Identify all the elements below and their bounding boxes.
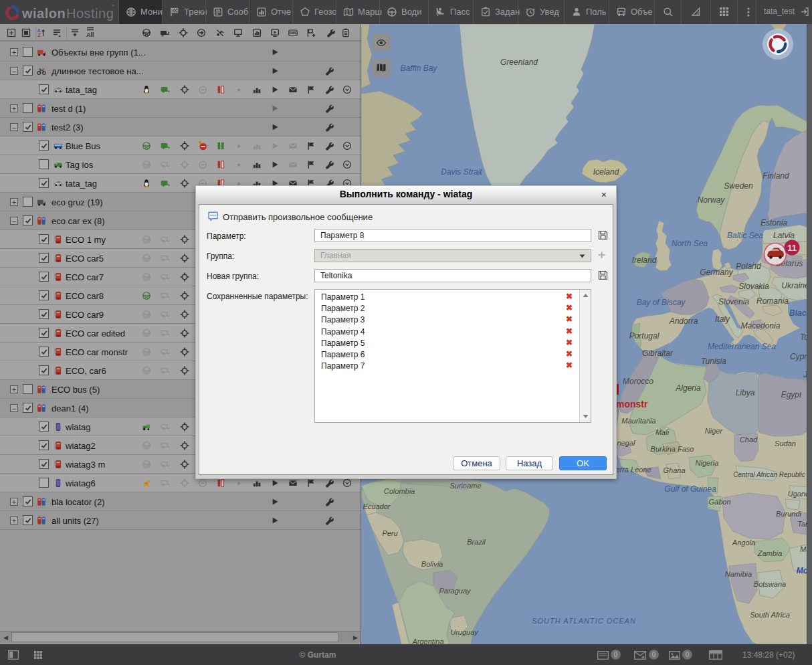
svg-text:Brazil: Brazil <box>467 538 486 546</box>
svg-text:Ukraine: Ukraine <box>781 281 809 290</box>
svg-text:Gulf of Guinea: Gulf of Guinea <box>664 484 716 494</box>
svg-text:Libya: Libya <box>736 388 755 397</box>
svg-text:Algeria: Algeria <box>675 383 701 393</box>
svg-text:Germany: Germany <box>700 268 733 277</box>
svg-text:wialon: wialon <box>21 6 66 21</box>
svg-text:Chad: Chad <box>740 436 758 444</box>
svg-text:Ecuador: Ecuador <box>363 502 391 510</box>
svg-text:Baltic Sea: Baltic Sea <box>727 231 763 240</box>
svg-text:Sudan: Sudan <box>775 440 796 448</box>
svg-text:Hosting: Hosting <box>66 6 114 21</box>
svg-text:Poland: Poland <box>736 262 761 271</box>
svg-text:negal: negal <box>617 439 635 447</box>
svg-text:Greenland: Greenland <box>500 58 538 67</box>
svg-text:Egypt: Egypt <box>781 390 802 399</box>
svg-text:North Sea: North Sea <box>672 239 708 248</box>
svg-text:Paraguay: Paraguay <box>439 587 472 595</box>
svg-text:monstr: monstr <box>616 399 648 409</box>
svg-text:Mauritania: Mauritania <box>621 417 655 425</box>
svg-text:Uruguay: Uruguay <box>450 628 479 636</box>
svg-text:Iceland: Iceland <box>593 167 619 177</box>
svg-text:Suriname: Suriname <box>449 482 481 490</box>
svg-text:Macedonia: Macedonia <box>741 321 781 330</box>
svg-text:Ghana: Ghana <box>663 466 685 474</box>
svg-text:erra Leone: erra Leone <box>615 466 651 474</box>
svg-text:Bolivia: Bolivia <box>421 560 443 568</box>
svg-text:Namibia: Namibia <box>725 570 752 578</box>
svg-text:”: ” <box>112 3 114 13</box>
svg-text:Romania: Romania <box>756 296 789 306</box>
svg-text:Niger: Niger <box>705 427 724 435</box>
svg-text:Finland: Finland <box>763 171 789 181</box>
svg-text:Baffin Bay: Baffin Bay <box>401 64 438 73</box>
svg-text:Gibraltar: Gibraltar <box>642 349 674 358</box>
svg-text:SOUTH ATLANTIC OCEAN: SOUTH ATLANTIC OCEAN <box>532 617 636 625</box>
svg-text:Nigeria: Nigeria <box>696 459 719 467</box>
svg-text:Tunisia: Tunisia <box>701 357 726 366</box>
svg-text:Burkina Faso: Burkina Faso <box>651 445 694 453</box>
svg-text:Slovenia: Slovenia <box>718 297 749 306</box>
svg-text:11: 11 <box>787 243 797 253</box>
svg-text:Central African Republic: Central African Republic <box>733 471 805 478</box>
svg-text:Morocco: Morocco <box>623 377 653 386</box>
svg-text:Gabon: Gabon <box>708 498 730 506</box>
svg-text:Latvia: Latvia <box>773 231 795 240</box>
svg-text:Slovakia: Slovakia <box>738 282 769 291</box>
svg-text:Portugal: Portugal <box>629 331 659 341</box>
svg-text:Peru: Peru <box>382 529 397 537</box>
svg-text:Norway: Norway <box>698 195 726 205</box>
svg-text:Zambia: Zambia <box>757 549 783 557</box>
svg-text:Italy: Italy <box>715 314 730 324</box>
svg-text:Davis Strait: Davis Strait <box>441 167 482 177</box>
svg-text:Andorra: Andorra <box>669 316 698 326</box>
svg-text:Colombia: Colombia <box>384 487 415 495</box>
svg-text:South Africa: South Africa <box>750 611 790 619</box>
svg-text:Estonia: Estonia <box>760 218 787 227</box>
svg-text:Sweden: Sweden <box>724 181 753 191</box>
svg-text:Burundi: Burundi <box>776 510 801 518</box>
svg-text:Bay of Biscay: Bay of Biscay <box>637 298 686 307</box>
svg-text:Mali: Mali <box>655 428 670 436</box>
svg-text:Mediterranean Sea: Mediterranean Sea <box>708 342 776 351</box>
svg-text:Angola: Angola <box>732 539 755 547</box>
svg-text:Ireland: Ireland <box>632 256 657 265</box>
svg-text:Argentina: Argentina <box>411 638 443 644</box>
svg-text:Botswana: Botswana <box>754 580 786 588</box>
